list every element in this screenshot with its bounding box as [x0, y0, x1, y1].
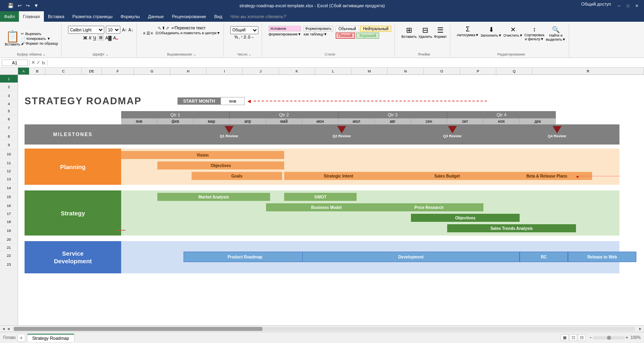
tab-insert[interactable]: Вставка — [44, 11, 68, 22]
sales-budget-bar[interactable]: Sales Budget — [393, 172, 502, 180]
tab-data[interactable]: Данные — [144, 11, 168, 22]
col-header-O[interactable]: O — [424, 68, 460, 74]
row-header-20[interactable]: 20 — [0, 235, 18, 244]
row-header-21[interactable]: 21 — [0, 244, 18, 251]
cancel-formula-icon[interactable]: ✕ — [31, 60, 35, 65]
col-header-I[interactable]: I — [206, 68, 243, 74]
row-header-1[interactable]: 1 — [0, 75, 18, 83]
format-painter-button[interactable]: 🖌 Формат по образцу — [21, 41, 58, 45]
col-header-Q[interactable]: Q — [496, 68, 533, 74]
wrap-text-button[interactable]: ↵Перенести текст — [171, 26, 206, 30]
user-label[interactable]: Общий доступ — [581, 2, 611, 10]
number-format-select[interactable]: Общий — [230, 26, 258, 34]
scrollbar-thumb[interactable] — [14, 327, 262, 331]
row-header-7[interactable]: 7 — [0, 123, 18, 133]
row-header-22[interactable]: 22 — [0, 251, 18, 260]
release-to-web-bar[interactable]: Release to Web — [568, 252, 636, 262]
clear-button[interactable]: ✕ Очистить▼ — [504, 26, 523, 41]
scroll-left2-btn[interactable]: ◄ — [6, 326, 10, 331]
scroll-right-btn[interactable]: ► — [638, 326, 642, 331]
row-header-4[interactable]: 4 — [0, 101, 18, 107]
objectives-strategy-bar[interactable]: Objectives — [411, 214, 520, 222]
add-sheet-button[interactable]: + — [17, 334, 25, 342]
row-header-13[interactable]: 13 — [0, 175, 18, 184]
col-header-F[interactable]: F — [102, 68, 134, 74]
name-box[interactable] — [2, 60, 28, 66]
col-header-N[interactable]: N — [388, 68, 424, 74]
col-header-C[interactable]: C — [45, 68, 82, 74]
vision-bar[interactable]: Vision — [121, 151, 284, 159]
format-as-table-button[interactable]: Форматировать как таблицу▼ — [303, 26, 333, 39]
row-header-8[interactable]: 8 — [0, 133, 18, 140]
close-button[interactable]: ✕ — [633, 2, 641, 10]
tab-review[interactable]: Рецензирование — [168, 11, 210, 22]
font-size-decrease[interactable]: A↓ — [128, 28, 133, 32]
tab-home[interactable]: Главная — [19, 11, 44, 22]
row-header-18[interactable]: 18 — [0, 217, 18, 226]
rc-bar[interactable]: RC — [520, 252, 568, 262]
sheet-tab-strategy-roadmap[interactable]: Strategy Roadmap — [27, 334, 74, 342]
scroll-left-btn[interactable]: ◄ — [2, 326, 6, 331]
price-research-bar[interactable]: Price Research — [375, 203, 483, 211]
tab-formulas[interactable]: Формулы — [117, 11, 144, 22]
tab-search[interactable]: Что вы хотите сделать? — [226, 11, 290, 22]
underline-button[interactable]: Ч — [93, 35, 96, 40]
market-analysis-bar[interactable]: Market Analysis — [157, 193, 270, 201]
font-size-select[interactable]: 10 — [106, 26, 120, 34]
minimize-button[interactable]: ─ — [615, 2, 623, 10]
conditional-format-button[interactable]: Условное форматирование▼ — [268, 26, 301, 39]
col-header-M[interactable]: M — [351, 68, 388, 74]
page-layout-btn[interactable]: ⊡ — [570, 334, 577, 341]
cut-button[interactable]: ✂ Вырезать — [21, 32, 58, 36]
increase-decimal[interactable]: ⁺.0 — [241, 35, 246, 39]
fill-button[interactable]: ⬇ Заполнить▼ — [481, 26, 502, 41]
tab-page-layout[interactable]: Разметка страницы — [68, 11, 117, 22]
business-model-bar[interactable]: Business Model — [266, 203, 387, 211]
col-header-L[interactable]: L — [315, 68, 351, 74]
style-bad[interactable]: Плохой — [336, 33, 355, 39]
percent-button[interactable]: % — [235, 35, 238, 39]
confirm-formula-icon[interactable]: ✓ — [37, 60, 40, 65]
row-header-9[interactable]: 9 — [0, 140, 18, 150]
h-scrollbar[interactable]: ◄ ◄ ► — [0, 325, 644, 332]
row-header-3[interactable]: 3 — [0, 91, 18, 101]
autosum-button[interactable]: Σ Автосумма▼ — [457, 26, 479, 41]
sort-filter-button[interactable]: ↕ Сортировкаи фильтр▼ — [524, 26, 544, 41]
comma-button[interactable]: , — [239, 35, 240, 39]
row-header-6[interactable]: 6 — [0, 115, 18, 123]
row-header-12[interactable]: 12 — [0, 167, 18, 175]
zoom-in-btn[interactable]: + — [626, 335, 628, 340]
row-header-2[interactable]: 2 — [0, 83, 18, 91]
sales-trends-bar[interactable]: Sales Trends Analysis — [447, 224, 576, 232]
style-neutral[interactable]: Нейтральный — [360, 26, 391, 32]
objectives-planning-bar[interactable]: Objectives — [157, 161, 284, 169]
save-icon[interactable]: 💾 — [6, 2, 15, 9]
product-roadmap-bar[interactable]: Product Roadmap — [184, 252, 306, 262]
copy-button[interactable]: 📄 Копировать ▼ — [21, 37, 58, 41]
font-color-button[interactable]: A▬ — [113, 35, 118, 40]
development-bar[interactable]: Development — [302, 252, 520, 262]
row-header-16[interactable]: 16 — [0, 201, 18, 210]
fill-color-button[interactable]: A▓ — [105, 35, 111, 40]
maximize-button[interactable]: □ — [624, 2, 632, 10]
col-header-B[interactable]: B — [29, 68, 45, 74]
col-header-R[interactable]: R — [533, 68, 644, 74]
zoom-slider[interactable] — [593, 336, 625, 339]
align-top-right[interactable]: ⬀ — [166, 26, 169, 30]
align-top-center[interactable]: ⬆ — [162, 26, 165, 30]
page-break-btn[interactable]: ⊟ — [578, 334, 586, 341]
redo-icon[interactable]: ↪ — [25, 2, 31, 9]
start-month-value[interactable]: янв — [221, 97, 245, 105]
swot-bar[interactable]: SWOT — [284, 193, 357, 201]
row-header-11[interactable]: 11 — [0, 159, 18, 167]
format-cells-button[interactable]: ☰ Формат — [434, 26, 447, 39]
row-header-10[interactable]: 10 — [0, 150, 18, 159]
find-select-button[interactable]: 🔍 Найти ивыделить▼ — [546, 26, 566, 41]
col-header-P[interactable]: P — [460, 68, 496, 74]
paste-button[interactable]: 📋 Вставить — [5, 31, 20, 46]
bold-button[interactable]: Ж — [83, 35, 87, 40]
goals-bar[interactable]: Goals — [192, 172, 282, 180]
align-left-button[interactable]: ≡ — [143, 31, 146, 35]
insert-cells-button[interactable]: ⊞ Вставить — [401, 26, 417, 39]
align-top-left[interactable]: ⬁ — [158, 26, 161, 30]
